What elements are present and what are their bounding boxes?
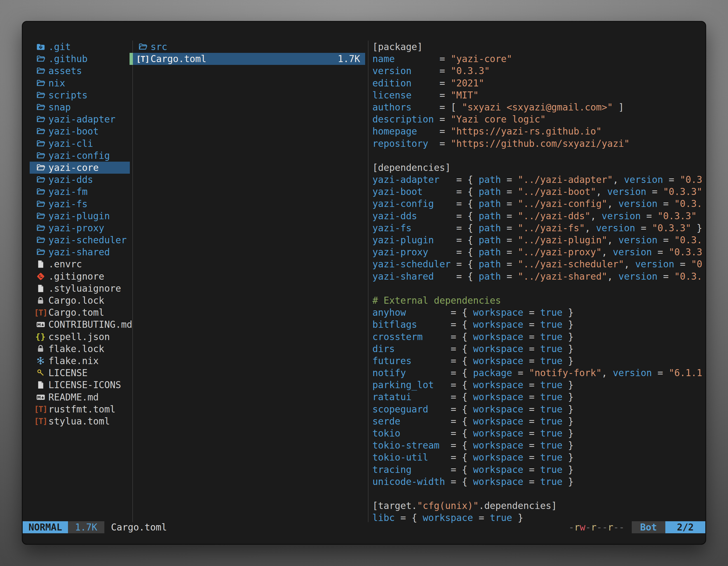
preview-line: serde = { workspace = true }	[372, 415, 704, 427]
sidebar-item-assets[interactable]: assets	[30, 65, 130, 77]
sidebar-item-.gitignore[interactable]: .gitignore	[30, 271, 130, 283]
file-permissions: -rw-r--r--	[569, 521, 624, 533]
sidebar-item-cspell.json[interactable]: {}cspell.json	[30, 331, 130, 343]
sidebar-item-yazi-config[interactable]: yazi-config	[30, 150, 130, 162]
sidebar-item-nix[interactable]: nix	[30, 77, 130, 89]
sidebar-item-snap[interactable]: snap	[30, 101, 130, 113]
current-dir-item-src[interactable]: src	[130, 41, 365, 53]
sidebar-item-.envrc[interactable]: .envrc	[30, 258, 130, 270]
preview-line: notify = { package = "notify-fork", vers…	[372, 367, 704, 379]
permission-char: -	[602, 522, 608, 533]
preview-line: yazi-config = { path = "../yazi-config",…	[372, 198, 704, 210]
sidebar-item-Cargo.lock[interactable]: Cargo.lock	[30, 294, 130, 306]
sidebar-item-LICENSE[interactable]: LICENSE	[30, 367, 130, 379]
sidebar-item-yazi-cli[interactable]: yazi-cli	[30, 138, 130, 150]
preview-line: name = "yazi-core"	[372, 53, 704, 65]
sidebar-item-yazi-core[interactable]: yazi-core	[30, 162, 130, 174]
file-label: yazi-plugin	[48, 211, 110, 222]
current-dir-item-Cargo.toml[interactable]: [T]Cargo.toml1.7K	[130, 53, 365, 65]
preview-line: yazi-plugin = { path = "../yazi-plugin",…	[372, 234, 704, 246]
status-file-name: Cargo.toml	[104, 521, 167, 533]
folder-icon	[35, 175, 46, 185]
sidebar-item-yazi-dds[interactable]: yazi-dds	[30, 174, 130, 186]
file-label: scripts	[48, 90, 88, 101]
sidebar-item-yazi-shared[interactable]: yazi-shared	[30, 246, 130, 258]
preview-line: scopeguard = { workspace = true }	[372, 403, 704, 415]
file-label: yazi-proxy	[48, 223, 104, 234]
sidebar-item-yazi-fm[interactable]: yazi-fm	[30, 186, 130, 198]
mode-badge: NORMAL	[23, 521, 68, 533]
permission-char: r	[574, 522, 580, 533]
file-label: .envrc	[48, 259, 82, 270]
sidebar-item-rustfmt.toml[interactable]: [T]rustfmt.toml	[30, 403, 130, 415]
sidebar-item-README.md[interactable]: README.md	[30, 391, 130, 403]
file-label: flake.lock	[48, 343, 104, 354]
file-label: Cargo.toml	[151, 53, 206, 64]
file-icon	[35, 283, 46, 293]
sidebar-item-flake.nix[interactable]: flake.nix	[30, 355, 130, 367]
sidebar-item-.styluaignore[interactable]: .styluaignore	[30, 283, 130, 294]
preview-line: tokio-stream = { workspace = true }	[372, 439, 704, 451]
preview-line	[372, 283, 704, 294]
file-label: .gitignore	[48, 271, 104, 282]
file-label: yazi-fs	[48, 199, 88, 210]
nix-icon	[35, 355, 46, 366]
preview-line: crossterm = { workspace = true }	[372, 331, 704, 343]
md-icon	[35, 392, 46, 402]
pane-divider-left	[132, 41, 133, 522]
sidebar-item-yazi-plugin[interactable]: yazi-plugin	[30, 210, 130, 222]
sidebar-item-yazi-adapter[interactable]: yazi-adapter	[30, 113, 130, 125]
folder-icon	[35, 138, 46, 149]
preview-line: license = "MIT"	[372, 89, 704, 101]
file-label: yazi-shared	[48, 247, 110, 258]
sidebar-item-flake.lock[interactable]: flake.lock	[30, 343, 130, 355]
status-spacer	[167, 521, 569, 533]
permission-char: -	[613, 522, 619, 533]
folder-icon	[35, 126, 46, 137]
file-label: LICENSE-ICONS	[48, 379, 121, 390]
md-icon	[35, 319, 46, 330]
sidebar-item-scripts[interactable]: scripts	[30, 89, 130, 101]
preview-line: description = "Yazi core logic"	[372, 113, 704, 125]
preview-line	[372, 150, 704, 162]
folder-icon	[35, 90, 46, 100]
preview-line: yazi-scheduler = { path = "../yazi-sched…	[372, 258, 704, 270]
preview-line: [target."cfg(unix)".dependencies]	[372, 500, 704, 512]
sidebar-item-.github[interactable]: .github	[30, 53, 130, 65]
sidebar-item-Cargo.toml[interactable]: [T]Cargo.toml	[30, 306, 130, 318]
json-icon: {}	[35, 331, 46, 342]
preview-line: yazi-fs = { path = "../yazi-fs", version…	[372, 222, 704, 234]
folder-icon	[35, 150, 46, 161]
preview-line: tokio = { workspace = true }	[372, 427, 704, 439]
file-label: README.md	[48, 392, 99, 403]
sidebar-item-.git[interactable]: .git	[30, 41, 130, 53]
git-icon	[35, 271, 46, 282]
folder-icon	[35, 223, 46, 233]
preview-line: bitflags = { workspace = true }	[372, 318, 704, 330]
preview-line: tokio-util = { workspace = true }	[372, 451, 704, 463]
file-label: yazi-config	[48, 150, 110, 161]
file-preview-pane[interactable]: [package]name = "yazi-core"version = "0.…	[372, 41, 704, 524]
sidebar-item-yazi-boot[interactable]: yazi-boot	[30, 125, 130, 137]
folder-icon	[35, 235, 46, 246]
preview-line: yazi-adapter = { path = "../yazi-adapter…	[372, 174, 704, 186]
sidebar-item-LICENSE-ICONS[interactable]: LICENSE-ICONS	[30, 379, 130, 391]
sidebar-item-yazi-fs[interactable]: yazi-fs	[30, 198, 130, 210]
sidebar-item-yazi-proxy[interactable]: yazi-proxy	[30, 222, 130, 234]
folder-icon	[35, 78, 46, 88]
sidebar-item-CONTRIBUTING.md[interactable]: CONTRIBUTING.md	[30, 318, 130, 330]
permission-char: w	[580, 522, 585, 533]
file-label: .github	[48, 53, 88, 64]
sidebar-item-yazi-scheduler[interactable]: yazi-scheduler	[30, 234, 130, 246]
preview-line: parking_lot = { workspace = true }	[372, 379, 704, 391]
toml-icon: [T]	[137, 54, 148, 64]
sidebar-item-stylua.toml[interactable]: [T]stylua.toml	[30, 415, 130, 427]
file-label: yazi-scheduler	[48, 235, 127, 246]
permission-char: -	[569, 522, 574, 533]
file-label: stylua.toml	[48, 416, 110, 427]
file-label: CONTRIBUTING.md	[48, 319, 132, 330]
folder-icon	[35, 187, 46, 197]
file-label: cspell.json	[48, 331, 110, 342]
file-label: snap	[48, 102, 71, 113]
file-label: src	[151, 41, 167, 52]
